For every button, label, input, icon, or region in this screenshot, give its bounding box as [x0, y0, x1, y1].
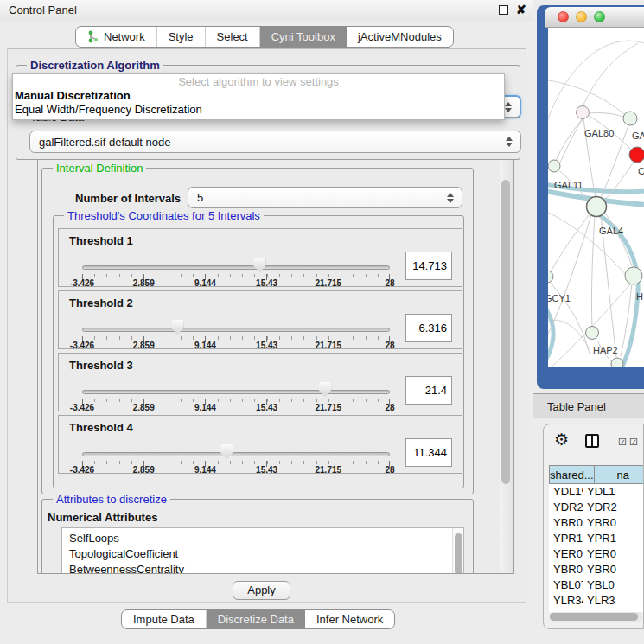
threshold-3-slider[interactable]: [82, 390, 390, 394]
table-row[interactable]: YBR043CYBR0: [549, 515, 643, 531]
settings-scrollpane: Interval Definition Number of Intervals …: [37, 159, 514, 574]
table-row[interactable]: YER054CYER0: [549, 546, 643, 562]
columns-icon[interactable]: [585, 434, 599, 448]
numerical-attributes-list[interactable]: SelfLoops TopologicalCoefficient Between…: [61, 527, 464, 574]
table-cell[interactable]: YBR043C: [549, 515, 583, 531]
float-window-icon[interactable]: [499, 5, 508, 15]
table-cell[interactable]: YDL1: [583, 484, 643, 500]
table-row[interactable]: YLR345WYLR3: [549, 593, 643, 609]
network-node[interactable]: [611, 358, 623, 367]
control-panel-tabbar: Network Style Select Cyni Toolbox jActiv…: [75, 26, 454, 48]
table-cell[interactable]: YBL0: [583, 577, 643, 593]
algorithm-option-manual[interactable]: Manual Discretization: [13, 89, 504, 103]
close-icon[interactable]: ✘: [516, 3, 526, 16]
list-item[interactable]: SelfLoops: [62, 531, 463, 546]
column-header-shared-name[interactable]: shared...: [549, 465, 594, 484]
table-cell[interactable]: YPR1: [583, 531, 643, 546]
tab-select[interactable]: Select: [206, 27, 260, 47]
close-traffic-light-icon[interactable]: [558, 11, 569, 22]
slider-scale-labels: -3.4262.8599.14415.4321.71528: [82, 341, 390, 351]
tab-network[interactable]: Network: [76, 27, 157, 47]
tab-discretize-data[interactable]: Discretize Data: [207, 610, 305, 628]
network-view-window[interactable]: GAL80 GA C GAL11 GAL4 GCY1 H HAP2: [537, 5, 644, 389]
table-cell[interactable]: YDR2: [583, 500, 643, 515]
list-scrollbar[interactable]: [452, 528, 463, 574]
table-cell[interactable]: YLR3: [583, 593, 643, 609]
algorithm-option-equal-width[interactable]: Equal Width/Frequency Discretization: [13, 103, 504, 117]
list-item[interactable]: BetweennessCentrality: [62, 562, 463, 574]
node-label-gal80: GAL80: [584, 128, 614, 138]
threshold-3-value[interactable]: 21.4: [405, 376, 452, 405]
tab-impute-data[interactable]: Impute Data: [122, 610, 207, 628]
threshold-thumb-3[interactable]: [319, 382, 331, 397]
threshold-thumb-4[interactable]: [220, 444, 233, 459]
tab-jactivemnodules[interactable]: jActiveMNodules: [347, 27, 453, 47]
slider-scale-label: 15.43: [256, 403, 277, 412]
network-node[interactable]: [586, 327, 599, 340]
network-graph: GAL80 GA C GAL11 GAL4 GCY1 H HAP2: [548, 28, 644, 367]
slider-scale-labels: -3.4262.8599.14415.4321.71528: [82, 403, 390, 413]
cyni-toolbox-panel: Discretization Algorithm Select algorith…: [7, 48, 526, 603]
slider-scale-label: 15.43: [256, 341, 277, 350]
table-cell[interactable]: YBR0: [583, 515, 643, 531]
threshold-1-value[interactable]: 14.713: [405, 252, 452, 280]
network-node-selected-red[interactable]: [629, 147, 644, 163]
table-horizontal-scrollbar[interactable]: [549, 612, 642, 622]
table-data-combobox[interactable]: galFiltered.sif default node: [29, 131, 521, 153]
apply-button[interactable]: Apply: [233, 581, 290, 600]
table-cell[interactable]: YPR145W: [549, 531, 583, 546]
table-cell[interactable]: YER0: [583, 546, 643, 562]
threshold-4-value[interactable]: 11.344: [405, 438, 452, 467]
tab-cyni-toolbox[interactable]: Cyni Toolbox: [260, 27, 347, 47]
slider-scale-label: 2.859: [133, 341, 155, 350]
network-canvas[interactable]: GAL80 GA C GAL11 GAL4 GCY1 H HAP2: [548, 28, 644, 367]
table-cell[interactable]: YER054C: [549, 546, 583, 562]
table-cell[interactable]: YDR27...: [549, 500, 583, 515]
gear-icon[interactable]: ⚙: [554, 430, 569, 450]
settings-scrollbar[interactable]: [500, 161, 513, 572]
algorithm-popup-hint: Select algorithm to view settings: [13, 74, 504, 89]
network-node-gal4[interactable]: [587, 197, 607, 217]
threshold-thumb-2[interactable]: [171, 320, 183, 335]
network-node[interactable]: [623, 112, 637, 125]
checkbox-column-icon[interactable]: ☑: [629, 437, 638, 448]
table-row[interactable]: YBL079WYBL0: [549, 577, 643, 593]
table-row[interactable]: YDR27...YDR2: [549, 500, 643, 515]
table-hscrollbar-thumb[interactable]: [550, 613, 638, 621]
tab-infer-network[interactable]: Infer Network: [305, 610, 394, 628]
number-of-intervals-combobox[interactable]: 5: [188, 187, 462, 208]
threshold-4-slider[interactable]: [82, 452, 390, 456]
combo-stepper-icon: [447, 192, 455, 204]
tab-style[interactable]: Style: [157, 27, 206, 47]
algorithm-dropdown-popup: Select algorithm to view settings Manual…: [12, 73, 505, 120]
table-cell[interactable]: YBR045C: [549, 562, 583, 577]
checkbox-column-icon[interactable]: ☑: [618, 437, 627, 448]
slider-scale-label: 15.43: [256, 465, 277, 475]
tab-select-label: Select: [217, 30, 248, 43]
tab-infer-label: Infer Network: [316, 613, 383, 626]
node-label-cut: C: [638, 166, 644, 176]
table-cell[interactable]: YBL079W: [549, 577, 583, 593]
zoom-traffic-light-icon[interactable]: [594, 11, 605, 22]
column-header-name[interactable]: na: [594, 465, 643, 484]
slider-scale-label: 28: [385, 278, 394, 288]
list-scrollbar-thumb[interactable]: [455, 533, 462, 574]
threshold-thumb-1[interactable]: [253, 258, 265, 272]
minimize-traffic-light-icon[interactable]: [576, 11, 587, 22]
table-row[interactable]: YDL19...YDL1: [549, 484, 643, 500]
numerical-attributes-label: Numerical Attributes: [48, 511, 157, 524]
list-item[interactable]: TopologicalCoefficient: [62, 546, 463, 562]
table-cell[interactable]: YLR345W: [549, 593, 583, 609]
threshold-2-value[interactable]: 6.316: [405, 314, 452, 342]
table-row[interactable]: YPR145WYPR1: [549, 531, 643, 546]
threshold-1-slider[interactable]: [82, 265, 390, 270]
settings-scrollbar-thumb[interactable]: [501, 180, 510, 484]
threshold-2-slider[interactable]: [82, 328, 390, 332]
network-node[interactable]: [577, 106, 590, 119]
network-node[interactable]: [548, 271, 553, 283]
network-node[interactable]: [548, 160, 560, 172]
table-row[interactable]: YBR045CYBR0: [549, 562, 643, 577]
table-cell[interactable]: YBR0: [583, 562, 643, 577]
table-cell[interactable]: YDL19...: [549, 484, 583, 500]
network-node[interactable]: [625, 267, 642, 284]
